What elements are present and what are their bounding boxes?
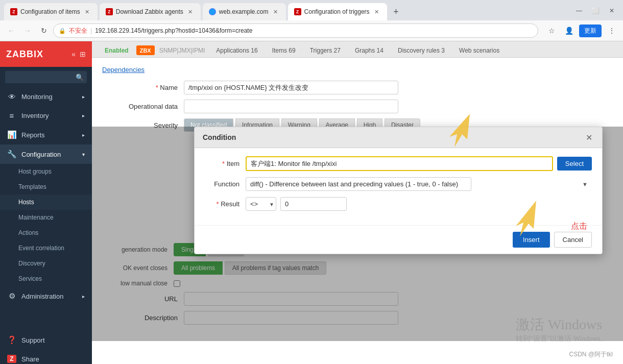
tab-close-1[interactable]: ✕: [83, 8, 91, 16]
tab-graphs[interactable]: Graphs 14: [348, 43, 390, 57]
sidebar-item-share[interactable]: Z Share: [0, 350, 92, 364]
function-label: Function: [205, 180, 246, 188]
sidebar-subitem-discovery[interactable]: Discovery: [0, 256, 92, 271]
administration-arrow-icon: ▸: [82, 294, 85, 299]
result-value-input[interactable]: [280, 197, 347, 211]
sidebar-subitem-host-groups[interactable]: Host groups: [0, 164, 92, 179]
sidebar: ZABBIX « ⊞ 🔍 👁 Monitoring ▸ ≡ Inventory …: [0, 41, 92, 364]
sidebar-search-input[interactable]: [5, 71, 87, 83]
sidebar-subitem-event-correlation[interactable]: Event correlation: [0, 240, 92, 256]
sidebar-item-support-label: Support: [21, 336, 45, 344]
tab-applications[interactable]: Applications 16: [209, 43, 264, 57]
tab-discovery-rules[interactable]: Discovery rules 3: [391, 43, 451, 57]
sidebar-subitem-actions-label: Actions: [18, 229, 38, 236]
item-label: Item: [205, 160, 246, 167]
monitoring-icon: 👁: [7, 92, 16, 101]
tab-close-2[interactable]: ✕: [186, 8, 195, 16]
address-bar[interactable]: 🔒 不安全 | 192.168.229.145/triggers.php?hos…: [53, 23, 538, 38]
administration-icon: ⚙: [7, 292, 16, 301]
sidebar-item-support[interactable]: ❓ Support: [0, 330, 92, 350]
sidebar-item-reports[interactable]: 📊 Reports ▸: [0, 125, 92, 144]
tab-snmp-jmx-ipmi: SNMP|JMX|IPMI: [156, 43, 209, 57]
close-window-button[interactable]: ✕: [605, 4, 619, 18]
trigger-form: Dependencies Name Operational data Sever…: [102, 66, 613, 325]
modal-footer: Insert Cancel: [195, 225, 602, 254]
modal-body: Item Select Function: [195, 148, 602, 225]
result-row: Result <> ▼: [205, 197, 592, 211]
tab-zbx[interactable]: ZBX: [136, 45, 155, 55]
restore-button[interactable]: ⬜: [588, 4, 603, 18]
update-button[interactable]: 更新: [579, 25, 602, 37]
csdn-credit: CSDN @阿于tkl: [569, 350, 613, 359]
result-inputs: <> ▼: [246, 197, 347, 211]
sidebar-item-configuration-label: Configuration: [21, 151, 61, 158]
search-icon[interactable]: 🔍: [76, 74, 84, 81]
sidebar-subitem-services[interactable]: Services: [0, 271, 92, 286]
collapse-icon[interactable]: «: [71, 50, 76, 58]
sidebar-item-administration[interactable]: ⚙ Administration ▸: [0, 286, 92, 306]
forward-button[interactable]: →: [20, 23, 35, 38]
tab-enabled[interactable]: Enabled: [98, 43, 135, 57]
tab-close-3[interactable]: ✕: [272, 8, 280, 16]
name-input[interactable]: [184, 81, 398, 94]
sidebar-subitem-services-label: Services: [18, 275, 42, 282]
browser-chrome: Z Configuration of items ✕ Z Download Za…: [0, 0, 623, 41]
sidebar-item-administration-label: Administration: [21, 293, 63, 300]
sidebar-subitem-event-correlation-label: Event correlation: [18, 245, 64, 252]
operational-data-input[interactable]: [184, 100, 398, 113]
tab-web-scenarios[interactable]: Web scenarios: [452, 43, 506, 57]
profile-button[interactable]: 👤: [562, 23, 576, 38]
result-operator-select[interactable]: <>: [246, 197, 276, 211]
sidebar-subitem-maintenance-label: Maintenance: [18, 214, 54, 221]
monitoring-arrow-icon: ▸: [82, 94, 85, 100]
reports-arrow-icon: ▸: [82, 132, 85, 138]
function-wrapper: diff() - Difference between last and pre…: [246, 177, 592, 191]
menu-button[interactable]: ⋮: [605, 23, 619, 38]
sidebar-subitem-maintenance[interactable]: Maintenance: [0, 210, 92, 225]
item-input[interactable]: [246, 156, 553, 171]
sidebar-subitem-templates[interactable]: Templates: [0, 179, 92, 195]
tab-label-1: Configuration of items: [20, 8, 80, 15]
sidebar-subitem-actions[interactable]: Actions: [0, 225, 92, 240]
function-select[interactable]: diff() - Difference between last and pre…: [246, 177, 471, 191]
app-container: ZABBIX « ⊞ 🔍 👁 Monitoring ▸ ≡ Inventory …: [0, 41, 623, 364]
browser-tab-4[interactable]: Z Configuration of triggers ✕: [288, 3, 387, 20]
sidebar-item-monitoring-label: Monitoring: [21, 93, 53, 101]
sidebar-item-monitoring[interactable]: 👁 Monitoring ▸: [0, 87, 92, 106]
sidebar-subitem-hosts[interactable]: Hosts: [0, 195, 92, 210]
sidebar-subitem-templates-label: Templates: [18, 183, 46, 190]
tab-close-4[interactable]: ✕: [373, 8, 381, 16]
main-content: Enabled ZBX SNMP|JMX|IPMI Applications 1…: [92, 41, 623, 364]
browser-tab-2[interactable]: Z Download Zabbix agents ✕: [100, 3, 201, 20]
url-prefix: 不安全: [69, 27, 87, 35]
tab-icon-2: Z: [106, 8, 113, 15]
select-button[interactable]: Select: [557, 157, 592, 171]
browser-tab-1[interactable]: Z Configuration of items ✕: [4, 3, 98, 20]
tab-items[interactable]: Items 69: [266, 43, 302, 57]
reload-button[interactable]: ↻: [37, 23, 51, 38]
insert-button[interactable]: Insert: [513, 232, 550, 248]
tab-label-2: Download Zabbix agents: [116, 8, 183, 15]
tab-triggers[interactable]: Triggers 27: [303, 43, 347, 57]
browser-tab-3[interactable]: 🌐 web.example.com ✕: [203, 3, 286, 20]
sidebar-header: ZABBIX « ⊞: [0, 41, 92, 67]
fullscreen-icon[interactable]: ⊞: [80, 50, 86, 58]
sidebar-item-inventory[interactable]: ≡ Inventory ▸: [0, 106, 92, 125]
browser-controls: ← → ↻ 🔒 不安全 | 192.168.229.145/triggers.p…: [0, 20, 623, 41]
dependencies-link[interactable]: Dependencies: [102, 66, 613, 74]
new-tab-button[interactable]: +: [389, 5, 403, 19]
sidebar-item-configuration[interactable]: 🔧 Configuration ▾: [0, 144, 92, 164]
result-operator-wrap: <> ▼: [246, 197, 276, 211]
minimize-button[interactable]: —: [572, 4, 586, 18]
sidebar-subitem-hosts-label: Hosts: [18, 199, 34, 206]
sidebar-item-inventory-label: Inventory: [21, 112, 49, 119]
function-dropdown-icon: ▼: [582, 181, 588, 187]
bookmark-button[interactable]: ☆: [544, 23, 559, 38]
tab-icon-3: 🌐: [209, 8, 216, 15]
reports-icon: 📊: [7, 130, 16, 139]
back-button[interactable]: ←: [4, 23, 18, 38]
lock-icon: 🔒: [59, 28, 66, 34]
modal-close-button[interactable]: ✕: [584, 132, 594, 142]
cancel-button[interactable]: Cancel: [554, 232, 592, 248]
tab-label-4: Configuration of triggers: [304, 8, 370, 15]
